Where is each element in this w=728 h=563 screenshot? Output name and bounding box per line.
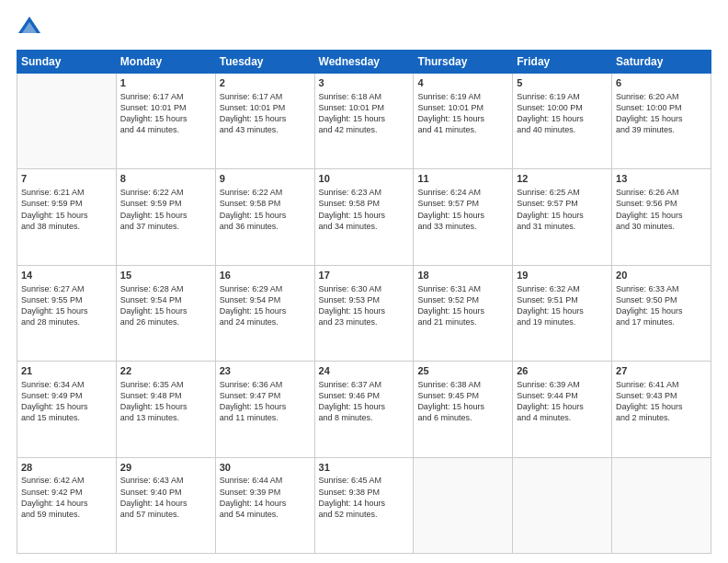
day-number: 22 [120, 364, 211, 378]
day-info: Sunrise: 6:37 AM Sunset: 9:46 PM Dayligh… [319, 379, 410, 424]
day-info: Sunrise: 6:41 AM Sunset: 9:43 PM Dayligh… [616, 379, 707, 424]
calendar-header-row: SundayMondayTuesdayWednesdayThursdayFrid… [17, 51, 711, 74]
calendar-cell: 25Sunrise: 6:38 AM Sunset: 9:45 PM Dayli… [414, 362, 513, 457]
day-info: Sunrise: 6:30 AM Sunset: 9:53 PM Dayligh… [319, 283, 410, 328]
day-info: Sunrise: 6:22 AM Sunset: 9:59 PM Dayligh… [120, 187, 211, 232]
calendar-cell: 15Sunrise: 6:28 AM Sunset: 9:54 PM Dayli… [116, 265, 215, 361]
calendar-cell [612, 457, 711, 553]
day-number: 21 [21, 364, 112, 378]
day-number: 30 [220, 461, 311, 475]
day-info: Sunrise: 6:29 AM Sunset: 9:54 PM Dayligh… [220, 283, 311, 328]
day-number: 19 [517, 269, 608, 282]
day-number: 2 [220, 76, 311, 90]
day-number: 17 [319, 269, 410, 282]
day-number: 26 [517, 364, 608, 378]
calendar-cell: 18Sunrise: 6:31 AM Sunset: 9:52 PM Dayli… [414, 265, 513, 361]
day-info: Sunrise: 6:23 AM Sunset: 9:58 PM Dayligh… [319, 187, 410, 232]
calendar-header-thursday: Thursday [414, 51, 513, 74]
calendar-cell: 19Sunrise: 6:32 AM Sunset: 9:51 PM Dayli… [513, 265, 612, 361]
calendar-cell [17, 74, 117, 169]
day-info: Sunrise: 6:39 AM Sunset: 9:44 PM Dayligh… [517, 379, 608, 424]
calendar-header-saturday: Saturday [612, 51, 711, 74]
calendar-header-friday: Friday [513, 51, 612, 74]
day-info: Sunrise: 6:18 AM Sunset: 10:01 PM Daylig… [319, 91, 410, 136]
day-info: Sunrise: 6:27 AM Sunset: 9:55 PM Dayligh… [21, 283, 112, 328]
day-number: 8 [120, 172, 211, 186]
day-info: Sunrise: 6:42 AM Sunset: 9:42 PM Dayligh… [21, 475, 112, 520]
day-number: 1 [120, 76, 211, 90]
calendar-cell: 31Sunrise: 6:45 AM Sunset: 9:38 PM Dayli… [314, 457, 414, 553]
header [17, 15, 711, 40]
day-number: 25 [417, 364, 508, 378]
day-info: Sunrise: 6:36 AM Sunset: 9:47 PM Dayligh… [220, 379, 311, 424]
day-number: 29 [120, 461, 211, 475]
day-number: 11 [417, 172, 508, 186]
calendar-cell: 9Sunrise: 6:22 AM Sunset: 9:58 PM Daylig… [215, 169, 314, 265]
calendar-cell: 30Sunrise: 6:44 AM Sunset: 9:39 PM Dayli… [215, 457, 314, 553]
calendar-cell: 20Sunrise: 6:33 AM Sunset: 9:50 PM Dayli… [612, 265, 711, 361]
day-number: 18 [417, 269, 508, 282]
day-info: Sunrise: 6:20 AM Sunset: 10:00 PM Daylig… [616, 91, 707, 136]
logo [17, 15, 46, 40]
calendar-header-monday: Monday [116, 51, 215, 74]
calendar-cell: 17Sunrise: 6:30 AM Sunset: 9:53 PM Dayli… [314, 265, 414, 361]
day-number: 27 [616, 364, 707, 378]
day-number: 23 [220, 364, 311, 378]
calendar-week-row: 7Sunrise: 6:21 AM Sunset: 9:59 PM Daylig… [17, 169, 711, 265]
calendar-cell: 14Sunrise: 6:27 AM Sunset: 9:55 PM Dayli… [17, 265, 117, 361]
day-number: 4 [417, 76, 508, 90]
calendar-table: SundayMondayTuesdayWednesdayThursdayFrid… [17, 50, 711, 554]
calendar-cell: 7Sunrise: 6:21 AM Sunset: 9:59 PM Daylig… [17, 169, 117, 265]
day-number: 16 [220, 269, 311, 282]
calendar-week-row: 1Sunrise: 6:17 AM Sunset: 10:01 PM Dayli… [17, 74, 711, 169]
day-info: Sunrise: 6:34 AM Sunset: 9:49 PM Dayligh… [21, 379, 112, 424]
calendar-cell: 13Sunrise: 6:26 AM Sunset: 9:56 PM Dayli… [612, 169, 711, 265]
day-info: Sunrise: 6:35 AM Sunset: 9:48 PM Dayligh… [120, 379, 211, 424]
day-info: Sunrise: 6:21 AM Sunset: 9:59 PM Dayligh… [21, 187, 112, 232]
logo-icon [17, 15, 42, 40]
day-info: Sunrise: 6:25 AM Sunset: 9:57 PM Dayligh… [517, 187, 608, 232]
day-info: Sunrise: 6:26 AM Sunset: 9:56 PM Dayligh… [616, 187, 707, 232]
calendar-header-sunday: Sunday [17, 51, 117, 74]
day-number: 5 [517, 76, 608, 90]
day-info: Sunrise: 6:24 AM Sunset: 9:57 PM Dayligh… [417, 187, 508, 232]
day-info: Sunrise: 6:31 AM Sunset: 9:52 PM Dayligh… [417, 283, 508, 328]
calendar-cell: 5Sunrise: 6:19 AM Sunset: 10:00 PM Dayli… [513, 74, 612, 169]
calendar-cell: 6Sunrise: 6:20 AM Sunset: 10:00 PM Dayli… [612, 74, 711, 169]
day-number: 3 [319, 76, 410, 90]
day-number: 13 [616, 172, 707, 186]
day-info: Sunrise: 6:17 AM Sunset: 10:01 PM Daylig… [220, 91, 311, 136]
day-number: 20 [616, 269, 707, 282]
page: SundayMondayTuesdayWednesdayThursdayFrid… [0, 0, 728, 563]
calendar-cell: 23Sunrise: 6:36 AM Sunset: 9:47 PM Dayli… [215, 362, 314, 457]
calendar-cell: 24Sunrise: 6:37 AM Sunset: 9:46 PM Dayli… [314, 362, 414, 457]
calendar-cell: 3Sunrise: 6:18 AM Sunset: 10:01 PM Dayli… [314, 74, 414, 169]
calendar-cell: 2Sunrise: 6:17 AM Sunset: 10:01 PM Dayli… [215, 74, 314, 169]
calendar-cell: 12Sunrise: 6:25 AM Sunset: 9:57 PM Dayli… [513, 169, 612, 265]
day-number: 12 [517, 172, 608, 186]
calendar-cell: 16Sunrise: 6:29 AM Sunset: 9:54 PM Dayli… [215, 265, 314, 361]
calendar-header-wednesday: Wednesday [314, 51, 414, 74]
day-info: Sunrise: 6:33 AM Sunset: 9:50 PM Dayligh… [616, 283, 707, 328]
calendar-cell: 27Sunrise: 6:41 AM Sunset: 9:43 PM Dayli… [612, 362, 711, 457]
calendar-cell: 11Sunrise: 6:24 AM Sunset: 9:57 PM Dayli… [414, 169, 513, 265]
day-info: Sunrise: 6:28 AM Sunset: 9:54 PM Dayligh… [120, 283, 211, 328]
day-number: 15 [120, 269, 211, 282]
calendar-cell: 4Sunrise: 6:19 AM Sunset: 10:01 PM Dayli… [414, 74, 513, 169]
day-info: Sunrise: 6:45 AM Sunset: 9:38 PM Dayligh… [319, 475, 410, 520]
day-info: Sunrise: 6:32 AM Sunset: 9:51 PM Dayligh… [517, 283, 608, 328]
calendar-header-tuesday: Tuesday [215, 51, 314, 74]
calendar-cell: 1Sunrise: 6:17 AM Sunset: 10:01 PM Dayli… [116, 74, 215, 169]
calendar-cell: 10Sunrise: 6:23 AM Sunset: 9:58 PM Dayli… [314, 169, 414, 265]
day-number: 31 [319, 461, 410, 475]
calendar-week-row: 28Sunrise: 6:42 AM Sunset: 9:42 PM Dayli… [17, 457, 711, 553]
calendar-cell: 8Sunrise: 6:22 AM Sunset: 9:59 PM Daylig… [116, 169, 215, 265]
day-info: Sunrise: 6:19 AM Sunset: 10:00 PM Daylig… [517, 91, 608, 136]
day-number: 9 [220, 172, 311, 186]
calendar-week-row: 21Sunrise: 6:34 AM Sunset: 9:49 PM Dayli… [17, 362, 711, 457]
day-number: 24 [319, 364, 410, 378]
day-info: Sunrise: 6:17 AM Sunset: 10:01 PM Daylig… [120, 91, 211, 136]
calendar-cell: 22Sunrise: 6:35 AM Sunset: 9:48 PM Dayli… [116, 362, 215, 457]
day-number: 14 [21, 269, 112, 282]
calendar-cell [414, 457, 513, 553]
